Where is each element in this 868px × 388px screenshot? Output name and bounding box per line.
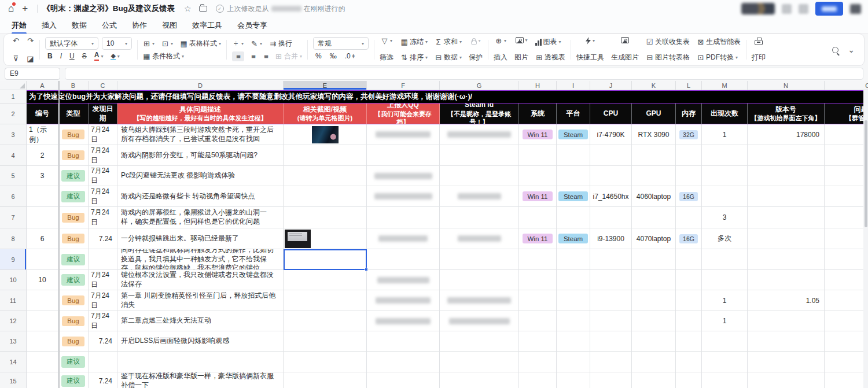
cell-J3[interactable]: i7-4790K: [590, 124, 632, 145]
cell-A11[interactable]: [27, 290, 58, 311]
cell-K7[interactable]: [632, 207, 676, 228]
cell-M7[interactable]: 3: [702, 207, 748, 228]
cell-D9[interactable]: 同时存在键盘和鼠标两种触发方式的操作，比如切换道具，我只填其中一种触发方式，它不…: [117, 249, 284, 270]
percent-button[interactable]: %: [315, 52, 322, 60]
cell-M6[interactable]: [702, 186, 748, 207]
cell-O5[interactable]: [825, 166, 868, 186]
header-cell-C[interactable]: 发现日期: [89, 104, 117, 124]
cell-B3[interactable]: Bug: [58, 124, 89, 145]
cell-O8[interactable]: [825, 228, 868, 249]
column-header-G[interactable]: G: [440, 81, 519, 90]
cell-E14[interactable]: [284, 352, 367, 372]
cell-F8[interactable]: [367, 228, 440, 249]
header-cell-I[interactable]: 平台: [557, 104, 590, 124]
header-cell-E[interactable]: 相关截图/视频(请转为单元格图片): [284, 104, 367, 124]
cell-M3[interactable]: 1: [702, 124, 748, 145]
cell-I6[interactable]: Steam: [557, 186, 590, 207]
cell-D15[interactable]: 鉴于现在标准版和豪华版一样，豪华版搞俩新衣服补偿一下: [117, 372, 284, 388]
print-button[interactable]: [755, 37, 763, 45]
cell-G13[interactable]: [440, 331, 519, 352]
cell-C6[interactable]: 7月24日: [89, 186, 117, 207]
header-cell-A[interactable]: 编号: [27, 104, 58, 124]
cell-A7[interactable]: [27, 207, 58, 228]
cell-H3[interactable]: Win 11: [519, 124, 557, 145]
column-header-B[interactable]: B: [58, 81, 89, 90]
column-header-E[interactable]: E: [284, 81, 367, 90]
underline-button[interactable]: U: [69, 52, 75, 60]
bold-button[interactable]: B: [47, 52, 53, 60]
cell-D11[interactable]: 第一章 川剧变脸精英怪引怪至门后，释放招式后他消失: [117, 290, 284, 311]
row-col-button[interactable]: ÷▾: [232, 40, 244, 47]
cell-G8[interactable]: [440, 228, 519, 249]
select-all-corner[interactable]: [0, 81, 27, 90]
header-cell-B[interactable]: 类型: [58, 104, 89, 124]
column-header-H[interactable]: H: [519, 81, 557, 90]
row-header-14[interactable]: 14: [0, 352, 27, 372]
cell-I8[interactable]: Steam: [557, 228, 590, 249]
cell-A12[interactable]: [27, 311, 58, 331]
cell-H13[interactable]: [519, 331, 557, 352]
header-cell-L[interactable]: 内存: [676, 104, 702, 124]
cell-J5[interactable]: [590, 166, 632, 186]
cell-H12[interactable]: [519, 311, 557, 331]
notice-banner-cell[interactable]: 为了快速定位bug并为大家解决问题，还请仔细填写问题反馈表，请不要随意删改其他玩…: [27, 90, 868, 104]
cell-F12[interactable]: [367, 311, 440, 331]
font-size-select[interactable]: 10▾: [102, 37, 132, 50]
cell-N4[interactable]: [748, 145, 825, 166]
cell-D4[interactable]: 游戏内阴影部分变红，可能是50系驱动问题?: [117, 145, 284, 166]
column-header-K[interactable]: K: [632, 81, 676, 90]
menu-item-插入[interactable]: 插入: [36, 17, 62, 34]
cell-B9[interactable]: 建议: [58, 249, 89, 270]
cell-E7[interactable]: [284, 207, 367, 228]
cell-G6[interactable]: [440, 186, 519, 207]
cell-K6[interactable]: 4060laptop: [632, 186, 676, 207]
cell-I5[interactable]: [557, 166, 590, 186]
table-style-button[interactable]: ▦表格样式▾: [180, 39, 221, 49]
cell-G12[interactable]: [440, 311, 519, 331]
filter-button[interactable]: ▽▾: [381, 37, 392, 45]
cell-G11[interactable]: [440, 290, 519, 311]
cell-K13[interactable]: [632, 331, 676, 352]
cell-E10[interactable]: [284, 270, 367, 290]
cell-F6[interactable]: [367, 186, 440, 207]
cell-N14[interactable]: [748, 352, 825, 372]
style-brush-button[interactable]: ✎▾: [251, 40, 262, 47]
cell-D13[interactable]: 开启DLSS后画面轻微闪烁影响观感: [117, 331, 284, 352]
cell-J10[interactable]: [590, 270, 632, 290]
cell-E5[interactable]: [284, 166, 367, 186]
cell-J6[interactable]: i7_14650hx: [590, 186, 632, 207]
protect-label[interactable]: 保护: [469, 53, 483, 62]
cell-A8[interactable]: 6: [27, 228, 58, 249]
fill-color-button[interactable]: ◆▾: [111, 52, 119, 60]
column-header-D[interactable]: D: [117, 81, 284, 90]
cell-B12[interactable]: Bug: [58, 311, 89, 331]
generate-image-button[interactable]: [621, 37, 629, 43]
cell-M14[interactable]: [702, 352, 748, 372]
cell-L15[interactable]: [676, 372, 702, 388]
cell-O9[interactable]: [825, 249, 868, 270]
cell-B13[interactable]: Bug: [58, 331, 89, 352]
italic-button[interactable]: I: [60, 52, 62, 60]
screenshot-thumbnail-error[interactable]: [285, 230, 311, 248]
picture-label[interactable]: 图片: [514, 53, 528, 62]
cell-L9[interactable]: [676, 249, 702, 270]
row-header-3[interactable]: 3: [0, 124, 27, 145]
data-tools-button[interactable]: ⊟数据▾: [435, 53, 462, 62]
cell-H14[interactable]: [519, 352, 557, 372]
row-header-7[interactable]: 7: [0, 207, 27, 228]
column-header-F[interactable]: F: [367, 81, 440, 90]
cell-E8[interactable]: [284, 228, 367, 249]
chart-button[interactable]: 图表▾: [535, 37, 565, 47]
header-cell-G[interactable]: Steam id【不是昵称，是登录账号！】: [440, 104, 519, 124]
cell-J13[interactable]: [590, 331, 632, 352]
wrap-text-button[interactable]: ⇉换行: [269, 39, 292, 49]
cell-L3[interactable]: 32G: [676, 124, 702, 145]
cell-M12[interactable]: 1: [702, 311, 748, 331]
pivot-table-button[interactable]: ⊞透视表: [535, 53, 565, 62]
cell-O13[interactable]: [825, 331, 868, 352]
formula-input[interactable]: [65, 68, 863, 80]
redo-button[interactable]: ↷: [27, 37, 34, 45]
cell-K9[interactable]: [632, 249, 676, 270]
cell-J4[interactable]: [590, 145, 632, 166]
row-header-5[interactable]: 5: [0, 166, 27, 186]
